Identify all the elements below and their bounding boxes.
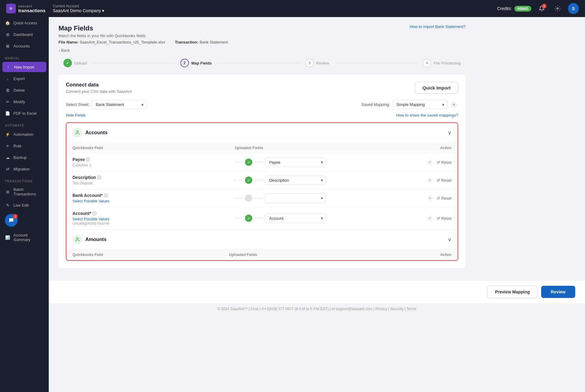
upload-select-wrapper[interactable]: Payee (265, 158, 326, 167)
upload-select-wrapper[interactable]: Account (265, 214, 326, 223)
how-to-share-link[interactable]: How to share the saved mappings? (396, 113, 458, 117)
upload-field-select[interactable]: Account (265, 214, 326, 223)
reset-link[interactable]: ↺ Reset (437, 178, 452, 183)
preview-mapping-button[interactable]: Preview Mapping (487, 285, 537, 298)
batch-icon: ⊞ (5, 189, 10, 194)
saved-mapping-dropdown[interactable]: Simple Mapping (392, 100, 447, 109)
settings-button[interactable] (552, 3, 563, 14)
action-cell-content: ↺ Reset (338, 214, 452, 222)
import-help-link[interactable]: How to import Bank Statement? (410, 24, 466, 29)
sidebar-item-delete[interactable]: 🗑 Delete (0, 84, 49, 96)
dashboard-icon: ⊞ (5, 32, 10, 37)
connector-row: ✓ Account (235, 214, 326, 223)
sidebar-item-live-edit[interactable]: ✎ Live Edit (0, 199, 49, 211)
upload-select-wrapper[interactable]: Description (265, 176, 326, 185)
upload-field-select[interactable] (265, 194, 326, 203)
hide-fields-link[interactable]: Hide Fields (66, 113, 86, 117)
field-info-icon[interactable]: ⓘ (104, 193, 108, 198)
quick-import-button[interactable]: Quick Import (415, 82, 458, 94)
field-sub-label[interactable]: Select Possible Values (73, 217, 222, 221)
sidebar-item-quick-access[interactable]: 🏠 Quick Access (0, 17, 49, 29)
row-settings-icon[interactable] (426, 214, 434, 222)
select-sheet-wrapper[interactable]: Bank Statement (92, 100, 147, 109)
select-sheet-dropdown[interactable]: Bank Statement (92, 100, 147, 109)
qb-field-cell: Description ⓘ Test Deposit (66, 171, 229, 189)
sidebar-item-chat[interactable]: 1 (0, 211, 49, 230)
reset-link[interactable]: ↺ Reset (437, 160, 452, 165)
neutral-icon (245, 194, 252, 202)
sidebar-item-new-import[interactable]: ↑ New Import (2, 62, 46, 72)
row-settings-icon[interactable] (426, 194, 434, 202)
row-settings-icon[interactable] (426, 158, 434, 166)
sidebar-item-account-summary[interactable]: 📊 Account Summary (0, 230, 49, 245)
dot-line-left (235, 198, 243, 198)
account-dropdown-icon[interactable]: ▾ (102, 8, 104, 13)
sidebar-item-automation[interactable]: ⚡ Automation (0, 128, 49, 140)
reset-link[interactable]: ↺ Reset (437, 216, 452, 221)
user-avatar[interactable]: S (568, 3, 579, 14)
upload-field-select[interactable]: Description (265, 176, 326, 185)
action-cell: ↺ Reset (332, 207, 458, 229)
step-map-fields: 2 Map Fields (176, 59, 217, 67)
card-title-area: Connect data Connect your CSV data with … (66, 82, 132, 94)
connector-cell: ✓ Payee (229, 153, 332, 171)
sidebar-item-pdf-to-excel[interactable]: 📄 PDF to Excel (0, 107, 49, 119)
chat-button[interactable]: 1 (5, 214, 18, 227)
step-review: 3 Review (300, 59, 334, 67)
step-processing-circle: 4 (423, 59, 431, 67)
saved-mapping-wrapper[interactable]: Simple Mapping (392, 100, 447, 109)
delete-icon: 🗑 (5, 87, 10, 93)
check-icon: ✓ (245, 177, 252, 184)
field-info-icon[interactable]: ⓘ (92, 211, 96, 216)
step-file-processing: 4 File Processing (418, 59, 466, 67)
sidebar-item-migration[interactable]: ⇄ Migration (0, 163, 49, 175)
sidebar-item-export[interactable]: ↓ Export (0, 73, 49, 84)
back-button[interactable]: ‹ Back (58, 48, 466, 53)
field-info-icon[interactable]: ⓘ (86, 157, 90, 162)
card-subtitle: Connect your CSV data with SaasAnt (66, 89, 132, 94)
step-divider-2 (217, 63, 300, 63)
sidebar-item-dashboard[interactable]: ⊞ Dashboard (0, 29, 49, 40)
automate-section-header: AUTOMATE (0, 119, 49, 128)
table-row: Account* ⓘ Select Possible Values Uncate… (66, 207, 458, 229)
step-upload-label: Upload (74, 61, 87, 65)
reset-link[interactable]: ↺ Reset (437, 196, 452, 201)
controls-row: Select Sheet: Bank Statement Saved Mappi… (66, 100, 458, 109)
main-card: Connect data Connect your CSV data with … (58, 75, 466, 268)
field-sub-label[interactable]: Select Possible Values (73, 199, 222, 203)
sidebar-item-label-migration: Migration (13, 167, 30, 171)
svg-point-6 (429, 218, 431, 219)
accounts-section-header[interactable]: Accounts ∨ (66, 123, 458, 143)
sidebar-item-modify[interactable]: ✏ Modify (0, 96, 49, 107)
qb-field-cell: Bank Account* ⓘ Select Possible Values (66, 189, 229, 207)
card-header-row: Connect data Connect your CSV data with … (66, 82, 458, 94)
notification-button[interactable]: 8 (536, 3, 547, 14)
sidebar-item-label-delete: Delete (13, 88, 25, 93)
live-edit-icon: ✎ (5, 202, 10, 208)
sidebar-item-rule[interactable]: ≡ Rule (0, 140, 49, 152)
table-row: Payee ⓘ Customer 1 ✓ Payee ↺ Reset (66, 153, 458, 171)
footer-text: © 2024 SaasAnt™ | Chat | ✆+1(619) 377-09… (217, 307, 416, 311)
accounts-section-title: Accounts (85, 130, 108, 135)
account-name[interactable]: SaasAnt Demo Company ▾ (53, 8, 104, 13)
field-sub-label: Customer 1 (73, 163, 222, 167)
upload-select-wrapper[interactable] (265, 194, 326, 203)
logo-icon: tr (6, 4, 16, 13)
connector-row (235, 194, 326, 203)
connector-row: ✓ Payee (235, 158, 326, 167)
sidebar-item-backup[interactable]: ☁ Backup (0, 152, 49, 163)
sidebar-item-accounts[interactable]: 🏛 Accounts (0, 40, 49, 52)
connector-cell (229, 189, 332, 207)
back-chevron-icon: ‹ (58, 48, 60, 53)
upload-field-select[interactable]: Payee (265, 158, 326, 167)
field-info-icon[interactable]: ⓘ (97, 175, 101, 180)
amounts-section-header[interactable]: Amounts ∨ (66, 229, 458, 250)
current-account-area: Current Account SaasAnt Demo Company ▾ (53, 4, 104, 13)
review-button[interactable]: Review (541, 286, 575, 298)
mapping-settings-icon[interactable] (450, 100, 458, 109)
sidebar-item-batch-transactions[interactable]: ⊞ Batch Transactions (0, 184, 49, 199)
qb-field-name: Bank Account* ⓘ (73, 193, 222, 198)
check-icon: ✓ (245, 215, 252, 222)
amounts-table-header-row: Quickbooks Field Uploaded Fields Action (66, 250, 458, 260)
row-settings-icon[interactable] (426, 176, 434, 184)
